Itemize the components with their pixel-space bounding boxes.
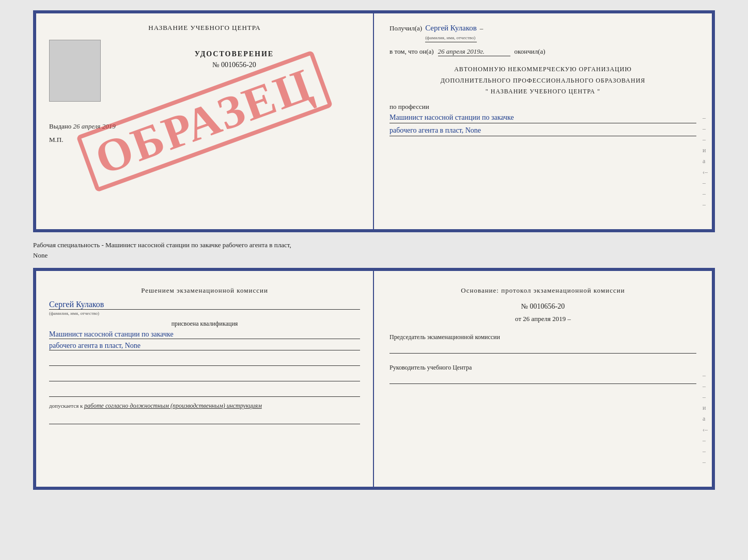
org-block: АВТОНОМНУЮ НЕКОММЕРЧЕСКУЮ ОРГАНИЗАЦИЮ ДО… [389, 64, 696, 98]
cert-number: № 0010656-20 [212, 61, 256, 69]
org-line2: ДОПОЛНИТЕЛЬНОГО ПРОФЕССИОНАЛЬНОГО ОБРАЗО… [389, 75, 696, 87]
person-name-hint: (фамилия, имя, отчество) [49, 311, 360, 316]
director-block: Руководитель учебного Центра [389, 364, 696, 384]
qual-line1: Машинист насосной станции по закачке [49, 330, 360, 339]
protocol-number: № 0010656-20 [389, 302, 696, 311]
mp-label: М.П. [49, 136, 360, 144]
chairman-sign-line [389, 343, 696, 354]
bottom-right-panel: Основание: протокол экзаменационной коми… [374, 271, 712, 487]
person-name: Сергей Кулаков [49, 300, 360, 310]
protocol-date-prefix: от [515, 315, 521, 323]
document-bottom: Решением экзаменационной комиссии Сергей… [33, 268, 715, 490]
top-right-panel: Получил(а) Сергей Кулаков (фамилия, имя,… [374, 13, 712, 229]
org-line1: АВТОНОМНУЮ НЕКОММЕРЧЕСКУЮ ОРГАНИЗАЦИЮ [389, 64, 696, 75]
profession-line1: Машинист насосной станции по закачке [389, 114, 696, 123]
allowed-prefix: допускается к [49, 403, 83, 409]
top-left-panel: НАЗВАНИЕ УЧЕБНОГО ЦЕНТРА УДОСТОВЕРЕНИЕ №… [36, 13, 374, 229]
director-sign-line [389, 374, 696, 384]
qual-line2: рабочего агента в пласт, None [49, 342, 360, 350]
bottom-left-panel: Решением экзаменационной комиссии Сергей… [36, 271, 374, 487]
issued-line: Выдано 26 апреля 2019 [49, 122, 360, 131]
separator-line2: None [33, 251, 48, 259]
separator-text: Рабочая специальность - Машинист насосно… [33, 237, 715, 263]
protocol-dash: – [567, 315, 571, 323]
issued-label: Выдано [49, 122, 71, 130]
allowed-text: допускается к работе согласно должностны… [49, 402, 360, 410]
side-marks-top: – – – и а ‹– – – – [703, 13, 712, 229]
date-prefix: в том, что он(а) [389, 47, 434, 56]
date-line: в том, что он(а) 26 апреля 2019г. окончи… [389, 47, 696, 56]
separator-line1: Рабочая специальность - Машинист насосно… [33, 241, 291, 249]
profession-line2: рабочего агента в пласт, None [389, 126, 696, 136]
date-value: 26 апреля 2019г. [438, 47, 510, 56]
top-institution-title: НАЗВАНИЕ УЧЕБНОГО ЦЕНТРА [49, 24, 360, 32]
received-name: Сергей Кулаков (фамилия, имя, отчество) [425, 24, 477, 42]
cert-label: УДОСТОВЕРЕНИЕ [195, 50, 274, 58]
sign-line-1 [49, 356, 360, 366]
profession-label: по профессии [389, 103, 696, 111]
cert-photo-block: УДОСТОВЕРЕНИЕ № 0010656-20 [49, 40, 360, 107]
org-line3: " НАЗВАНИЕ УЧЕБНОГО ЦЕНТРА " [389, 86, 696, 98]
sign-line-4 [49, 414, 360, 424]
received-label: Получил(а) [389, 24, 422, 33]
photo-placeholder [49, 40, 101, 102]
sign-line-2 [49, 371, 360, 381]
date-suffix: окончил(а) [515, 47, 546, 56]
commission-text: Решением экзаменационной комиссии [49, 286, 360, 295]
name-hint-top: (фамилия, имя, отчество) [425, 35, 475, 40]
protocol-date-val: 26 апреля 2019 [523, 315, 566, 323]
sign-line-3 [49, 387, 360, 397]
chairman-block: Председатель экзаменационной комиссии [389, 333, 696, 354]
allowed-italic: работе согласно должностным (производств… [84, 402, 262, 409]
side-marks-bottom: – – – и а ‹– – – – [703, 271, 712, 487]
qualification-label: присвоена квалификация [49, 320, 360, 328]
person-name-block: Сергей Кулаков (фамилия, имя, отчество) [49, 300, 360, 316]
ground-text: Основание: протокол экзаменационной коми… [389, 286, 696, 295]
protocol-date: от 26 апреля 2019 – [389, 315, 696, 323]
dash: – [480, 24, 484, 33]
chairman-label: Председатель экзаменационной комиссии [389, 333, 696, 341]
document-top: НАЗВАНИЕ УЧЕБНОГО ЦЕНТРА УДОСТОВЕРЕНИЕ №… [33, 10, 715, 232]
received-line: Получил(а) Сергей Кулаков (фамилия, имя,… [389, 24, 696, 42]
cert-text-block: УДОСТОВЕРЕНИЕ № 0010656-20 [108, 50, 360, 79]
director-label: Руководитель учебного Центра [389, 364, 696, 372]
issued-date: 26 апреля 2019 [73, 122, 116, 130]
